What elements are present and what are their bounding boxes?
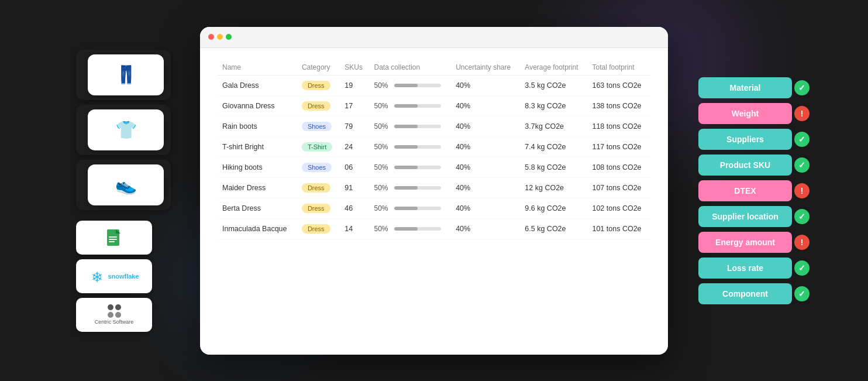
cell-name: T-shirt Bright	[218, 136, 297, 157]
tag-item-product-sku[interactable]: Product SKU ✓	[698, 155, 810, 176]
cell-category: Shoes	[297, 116, 340, 136]
table-row[interactable]: Gala Dress Dress 19 50% 40% 3.5 kg CO2e …	[218, 75, 650, 95]
cell-name: Rain boots	[218, 116, 297, 136]
table-header: Name Category SKUs Data collection Uncer…	[218, 60, 650, 75]
tag-button-energy-amount[interactable]: Energy amount	[698, 232, 792, 253]
svg-text:❄: ❄	[91, 269, 103, 285]
shoes-emoji: 👟	[115, 174, 137, 195]
cell-avg-footprint: 7.4 kg CO2e	[520, 136, 587, 157]
cell-category: Dress	[297, 218, 340, 239]
tag-item-suppliers[interactable]: Suppliers ✓	[698, 129, 810, 150]
table-row[interactable]: T-shirt Bright T-Shirt 24 50% 40% 7.4 kg…	[218, 136, 650, 157]
tag-item-material[interactable]: Material ✓	[698, 77, 810, 98]
cell-name: Maider Dress	[218, 177, 297, 198]
tag-button-dtex[interactable]: DTEX	[698, 180, 792, 201]
products-table: Name Category SKUs Data collection Uncer…	[218, 60, 650, 239]
table-row[interactable]: Inmaculada Bacque Dress 14 50% 40% 6.5 k…	[218, 218, 650, 239]
centric-icon: Centric Software	[95, 304, 134, 325]
cell-uncertainty: 40%	[451, 157, 520, 177]
cell-uncertainty: 40%	[451, 198, 520, 218]
table-row[interactable]: Berta Dress Dress 46 50% 40% 9.6 kg CO2e…	[218, 198, 650, 218]
cell-data-collection: 50%	[369, 95, 451, 116]
tag-button-product-sku[interactable]: Product SKU	[698, 155, 792, 176]
cell-data-collection: 50%	[369, 218, 451, 239]
cell-uncertainty: 40%	[451, 75, 520, 95]
svg-rect-2	[109, 239, 117, 240]
tag-item-loss-rate[interactable]: Loss rate ✓	[698, 258, 810, 279]
col-skus: SKUs	[340, 60, 369, 75]
product-card-pants[interactable]: 👖	[76, 50, 171, 100]
tag-button-component[interactable]: Component	[698, 283, 792, 304]
tag-item-supplier-location[interactable]: Supplier location ✓	[698, 206, 810, 227]
tshirt-emoji: 👕	[115, 119, 137, 140]
centric-card[interactable]: Centric Software	[76, 298, 152, 332]
cell-avg-footprint: 6.5 kg CO2e	[520, 218, 587, 239]
cell-total-footprint: 102 tons CO2e	[587, 198, 650, 218]
cell-data-collection: 50%	[369, 116, 451, 136]
pants-emoji: 👖	[115, 64, 137, 85]
cell-data-collection: 50%	[369, 157, 451, 177]
cell-total-footprint: 138 tons CO2e	[587, 95, 650, 116]
col-category: Category	[297, 60, 340, 75]
col-uncertainty: Uncertainty share	[451, 60, 520, 75]
tag-button-loss-rate[interactable]: Loss rate	[698, 258, 792, 279]
tshirt-icon-card: 👕	[88, 109, 164, 150]
cell-category: Shoes	[297, 157, 340, 177]
tag-icon-material: ✓	[794, 80, 810, 95]
cell-name: Inmaculada Bacque	[218, 218, 297, 239]
tag-icon-energy-amount: !	[794, 235, 810, 250]
table-row[interactable]: Maider Dress Dress 91 50% 40% 12 kg CO2e…	[218, 177, 650, 198]
scene: 👖 👕 👟	[0, 0, 868, 381]
tag-icon-dtex: !	[794, 183, 810, 198]
tag-button-weight[interactable]: Weight	[698, 103, 792, 124]
tag-button-suppliers[interactable]: Suppliers	[698, 129, 792, 150]
cell-total-footprint: 163 tons CO2e	[587, 75, 650, 95]
traffic-light-yellow[interactable]	[217, 34, 223, 40]
table-row[interactable]: Giovanna Dress Dress 17 50% 40% 8.3 kg C…	[218, 95, 650, 116]
cell-uncertainty: 40%	[451, 95, 520, 116]
tag-item-dtex[interactable]: DTEX !	[698, 180, 810, 201]
cell-skus: 14	[340, 218, 369, 239]
product-card-tshirt[interactable]: 👕	[76, 105, 171, 155]
cell-category: Dress	[297, 75, 340, 95]
traffic-light-red[interactable]	[208, 34, 214, 40]
snowflake-label: snowflake	[108, 273, 139, 280]
cell-uncertainty: 40%	[451, 218, 520, 239]
cell-data-collection: 50%	[369, 75, 451, 95]
cell-skus: 06	[340, 157, 369, 177]
traffic-light-green[interactable]	[226, 34, 232, 40]
snowflake-card[interactable]: ❄ snowflake	[76, 259, 152, 293]
svg-rect-3	[109, 241, 115, 242]
table-row[interactable]: Hiking boots Shoes 06 50% 40% 5.8 kg CO2…	[218, 157, 650, 177]
cell-skus: 91	[340, 177, 369, 198]
cell-data-collection: 50%	[369, 177, 451, 198]
tag-button-material[interactable]: Material	[698, 77, 792, 98]
left-sidebar: 👖 👕 👟	[76, 50, 171, 332]
cell-total-footprint: 118 tons CO2e	[587, 116, 650, 136]
google-sheets-icon	[106, 228, 122, 248]
browser-titlebar	[200, 27, 668, 48]
tag-icon-component: ✓	[794, 286, 810, 301]
cell-category: Dress	[297, 95, 340, 116]
google-sheets-card[interactable]	[76, 221, 152, 255]
cell-avg-footprint: 12 kg CO2e	[520, 177, 587, 198]
tag-item-component[interactable]: Component ✓	[698, 283, 810, 304]
cell-category: T-Shirt	[297, 136, 340, 157]
tag-icon-loss-rate: ✓	[794, 260, 810, 276]
cell-skus: 19	[340, 75, 369, 95]
shoes-icon-card: 👟	[88, 164, 164, 205]
cell-name: Berta Dress	[218, 198, 297, 218]
product-card-shoes[interactable]: 👟	[76, 160, 171, 210]
cell-data-collection: 50%	[369, 136, 451, 157]
cell-category: Dress	[297, 198, 340, 218]
tag-item-weight[interactable]: Weight !	[698, 103, 810, 124]
tag-item-energy-amount[interactable]: Energy amount !	[698, 232, 810, 253]
cell-category: Dress	[297, 177, 340, 198]
tag-button-supplier-location[interactable]: Supplier location	[698, 206, 792, 227]
pants-icon-card: 👖	[88, 54, 164, 95]
snowflake-icon: ❄	[89, 267, 108, 286]
tag-icon-product-sku: ✓	[794, 157, 810, 173]
table-row[interactable]: Rain boots Shoes 79 50% 40% 3.7kg CO2e 1…	[218, 116, 650, 136]
col-total-footprint: Total footprint	[587, 60, 650, 75]
cell-name: Giovanna Dress	[218, 95, 297, 116]
